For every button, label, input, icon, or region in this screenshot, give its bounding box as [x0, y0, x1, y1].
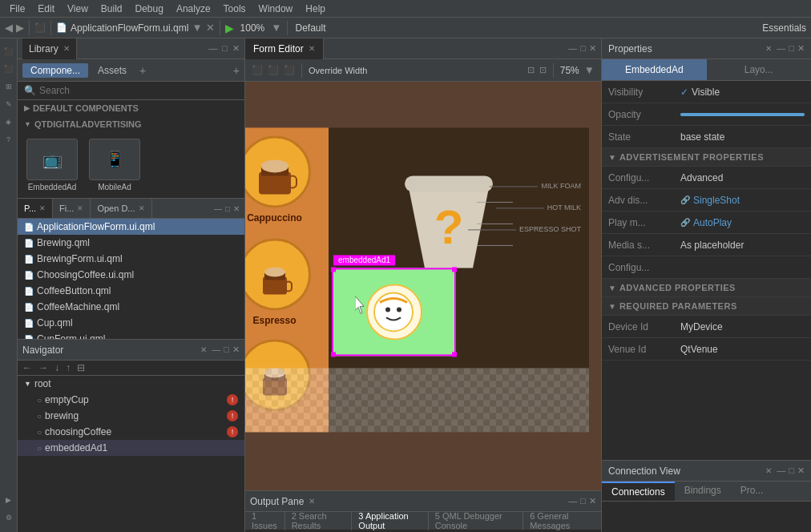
nav-item-brewing[interactable]: ○ brewing !: [18, 408, 244, 424]
toolbar-stop[interactable]: ⬛: [34, 22, 46, 33]
menu-view[interactable]: View: [61, 3, 95, 14]
editor-tool-2[interactable]: ⬛: [268, 65, 279, 75]
props-min[interactable]: —: [777, 43, 785, 54]
props-tab-layout[interactable]: Layo...: [707, 59, 812, 80]
toolbar-zoom-dropdown[interactable]: ▼: [271, 22, 281, 34]
editor-tool-snapping[interactable]: ⊡: [527, 65, 535, 75]
out-min[interactable]: —: [568, 496, 577, 506]
status-issues[interactable]: 1 Issues: [245, 511, 285, 530]
editor-tool-expand[interactable]: Override Width: [309, 66, 367, 75]
file-tab-opend[interactable]: Open D... ✕: [91, 199, 151, 218]
menu-help[interactable]: Help: [299, 3, 332, 14]
file-item-7[interactable]: 📄 CupForm.ui.qml: [18, 331, 244, 339]
props-tab-embeddedad[interactable]: EmbeddedAd: [602, 59, 707, 80]
file-item-3[interactable]: 📄 ChoosingCoffee.ui.qml: [18, 267, 244, 283]
library-maximize[interactable]: □: [222, 43, 228, 54]
conn-tab-pro[interactable]: Pro...: [731, 482, 773, 501]
conn-cls[interactable]: ✕: [797, 466, 805, 476]
prop-value-advdis[interactable]: SingleShot: [693, 195, 740, 206]
prop-value-medias[interactable]: As placeholder: [680, 240, 744, 251]
nav-back-btn[interactable]: ←: [22, 362, 32, 373]
props-max[interactable]: □: [789, 43, 794, 54]
icon-bar-item-8[interactable]: ⚙: [2, 511, 15, 524]
embedded-ad-container[interactable]: embeddedAd1: [332, 268, 456, 356]
icon-bar-item-7[interactable]: ▶: [2, 494, 15, 506]
toolbar-back[interactable]: ◀: [5, 22, 13, 34]
default-components-header[interactable]: ▶ DEFAULT COMPONENTS: [18, 100, 244, 116]
icon-bar-item-1[interactable]: ⬛: [2, 45, 15, 58]
out-max[interactable]: □: [580, 496, 586, 506]
props-close[interactable]: ✕: [765, 44, 772, 53]
menu-tools[interactable]: Tools: [217, 3, 252, 14]
editor-tool-align[interactable]: ⊡: [539, 65, 547, 75]
editor-tab-form[interactable]: Form Editor ✕: [245, 38, 324, 59]
nav-item-choosingcoffee[interactable]: ○ choosingCoffee !: [18, 424, 244, 440]
status-general[interactable]: 6 General Messages: [523, 511, 601, 530]
nav-filter-btn[interactable]: ⊟: [77, 362, 85, 373]
comp-item-embeddedad[interactable]: 📺 EmbeddedAd: [24, 139, 80, 191]
nav-min[interactable]: —: [212, 345, 220, 355]
comp-item-mobilead[interactable]: 📱 MobileAd: [87, 139, 143, 191]
nav-forward-btn[interactable]: →: [38, 362, 48, 373]
file-item-5[interactable]: 📄 CoffeeMachine.qml: [18, 299, 244, 315]
file-item-6[interactable]: 📄 Cup.qml: [18, 315, 244, 331]
nav-item-embeddedad1[interactable]: ○ embeddedAd1: [18, 440, 244, 456]
ad-props-section-header[interactable]: ▼ ADVERTISEMENT PROPERTIES: [602, 148, 811, 167]
icon-bar-item-2[interactable]: ⬛: [2, 62, 15, 75]
editor-min[interactable]: —: [568, 43, 577, 54]
toolbar-dropdown[interactable]: ▼: [192, 22, 202, 34]
status-search[interactable]: 2 Search Results: [285, 511, 353, 530]
advanced-props-section-header[interactable]: ▼ ADVANCED PROPERTIES: [602, 279, 811, 297]
file-item-0[interactable]: 📄 ApplicationFlowForm.ui.qml: [18, 219, 244, 235]
toolbar-run[interactable]: ▶: [225, 22, 234, 34]
file-tab-fi[interactable]: Fi... ✕: [53, 199, 91, 218]
file-tab-max[interactable]: □: [225, 204, 230, 213]
icon-bar-item-4[interactable]: ✎: [2, 98, 15, 111]
qtdigital-header[interactable]: ▼ QTDIGITALADVERTISING: [18, 116, 244, 132]
status-appout[interactable]: 3 Application Output: [352, 511, 428, 530]
output-pane-close[interactable]: ✕: [309, 497, 315, 506]
conn-max[interactable]: □: [789, 466, 794, 476]
icon-bar-item-3[interactable]: ⊞: [2, 80, 15, 93]
prop-value-venueid[interactable]: QtVenue: [680, 344, 718, 355]
menu-analyze[interactable]: Analyze: [170, 3, 217, 14]
menu-build[interactable]: Build: [95, 3, 129, 14]
icon-bar-item-5[interactable]: ◈: [2, 115, 15, 128]
nav-item-root[interactable]: ▼ root: [18, 376, 244, 392]
required-params-section-header[interactable]: ▼ REQUIRED PARAMETERS: [602, 297, 811, 316]
props-cls[interactable]: ✕: [797, 43, 805, 54]
conn-close[interactable]: ✕: [765, 466, 772, 475]
search-input[interactable]: [39, 85, 238, 96]
prop-value-playm[interactable]: AutoPlay: [693, 217, 732, 228]
nav-cls[interactable]: ✕: [232, 345, 240, 355]
menu-window[interactable]: Window: [252, 3, 300, 14]
menu-file[interactable]: File: [3, 3, 31, 14]
conn-min[interactable]: —: [777, 466, 785, 476]
assets-add[interactable]: +: [233, 64, 240, 77]
editor-cls[interactable]: ✕: [589, 43, 596, 54]
editor-zoom-dropdown[interactable]: ▼: [584, 64, 595, 76]
library-minimize[interactable]: —: [208, 43, 217, 54]
nav-max[interactable]: □: [224, 345, 229, 355]
nav-item-emptycup[interactable]: ○ emptyCup !: [18, 392, 244, 408]
conn-tab-connections[interactable]: Connections: [602, 482, 675, 501]
toolbar-forward[interactable]: ▶: [16, 22, 24, 34]
library-tab-close[interactable]: ✕: [63, 44, 70, 53]
navigator-close[interactable]: ✕: [200, 345, 207, 354]
file-tab-opend-close[interactable]: ✕: [139, 204, 145, 212]
library-close[interactable]: ✕: [232, 43, 240, 54]
prop-value-state[interactable]: base state: [680, 131, 724, 143]
file-item-1[interactable]: 📄 Brewing.qml: [18, 235, 244, 251]
conn-tab-bindings[interactable]: Bindings: [675, 482, 731, 501]
file-tab-close[interactable]: ✕: [233, 204, 240, 213]
nav-down-btn[interactable]: ↓: [54, 362, 59, 373]
out-cls[interactable]: ✕: [589, 496, 596, 506]
prop-value-deviceid[interactable]: MyDevice: [680, 321, 723, 332]
icon-bar-item-6[interactable]: ?: [2, 133, 15, 146]
status-qmldebug[interactable]: 5 QML Debugger Console: [429, 511, 523, 530]
menu-debug[interactable]: Debug: [129, 3, 170, 14]
toolbar-close-file[interactable]: ✕: [206, 22, 215, 34]
canvas-area[interactable]: Cappuccino Espresso: [245, 82, 601, 490]
tab-components[interactable]: Compone...: [22, 63, 88, 78]
opacity-slider[interactable]: [680, 113, 805, 116]
